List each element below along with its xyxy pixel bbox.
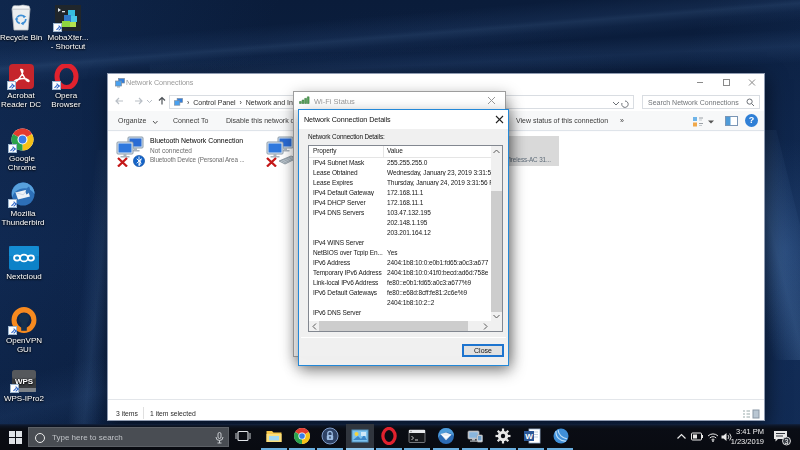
- svg-text:3: 3: [785, 438, 789, 445]
- svg-text:W: W: [525, 432, 533, 441]
